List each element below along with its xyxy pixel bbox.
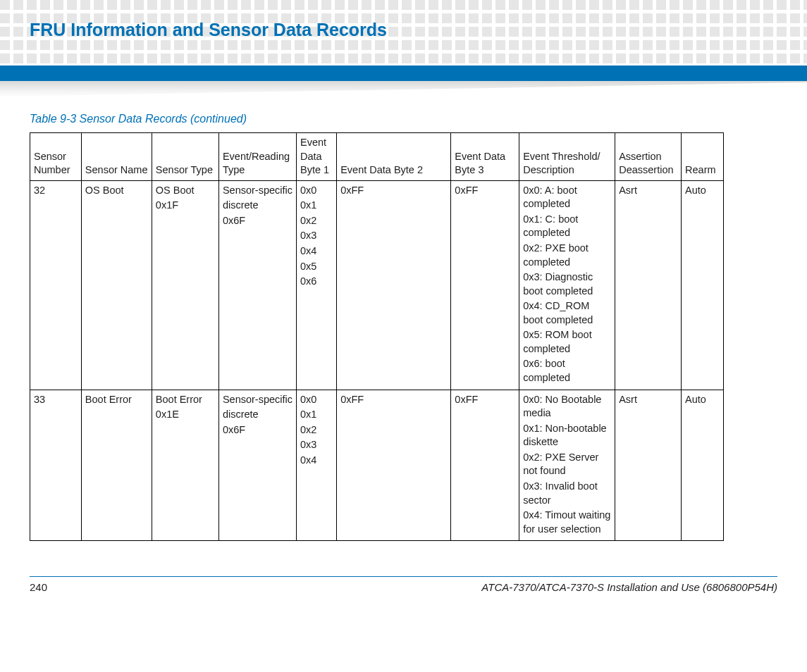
- cell-event-threshold-desc-line: 0x1: Non-bootable diskette: [523, 422, 611, 449]
- cell-event-reading-type-line: 0x6F: [223, 423, 292, 437]
- cell-rearm: Auto: [682, 390, 724, 541]
- cell-event-data-byte1: 0x00x10x20x30x4: [297, 390, 337, 541]
- cell-sensor-type: Boot Error0x1E: [152, 390, 218, 541]
- cell-event-threshold-desc: 0x0: No Bootable media0x1: Non-bootable …: [519, 390, 615, 541]
- doc-title: ATCA-7370/ATCA-7370-S Installation and U…: [481, 581, 777, 593]
- cell-event-reading-type: Sensor-specificdiscrete0x6F: [218, 180, 296, 390]
- cell-event-data-byte1-line: 0x2: [300, 423, 333, 437]
- page-footer: 240 ATCA-7370/ATCA-7370-S Installation a…: [30, 576, 777, 593]
- page-content: Table 9-3 Sensor Data Records (continued…: [0, 113, 807, 541]
- col-event-data-byte1: Event Data Byte 1: [297, 133, 337, 181]
- col-event-data-byte3: Event Data Byte 3: [451, 133, 519, 181]
- cell-sensor-type-line: 0x1F: [156, 199, 215, 213]
- cell-sensor-type-line: OS Boot: [156, 184, 215, 198]
- cell-event-data-byte1-line: 0x3: [300, 438, 333, 452]
- cell-event-data-byte1-line: 0x5: [300, 260, 333, 274]
- cell-event-threshold-desc-line: 0x1: C: boot completed: [523, 213, 611, 240]
- cell-event-threshold-desc-line: 0x5: ROM boot completed: [523, 328, 611, 356]
- cell-event-threshold-desc-line: 0x3: Invalid boot sector: [523, 480, 611, 507]
- cell-event-data-byte1-line: 0x0: [300, 184, 333, 198]
- chapter-title: FRU Information and Sensor Data Records: [30, 20, 807, 40]
- header-shadow-bar: [0, 81, 807, 99]
- cell-event-reading-type-line: 0x6F: [223, 214, 292, 228]
- cell-event-threshold-desc-line: 0x4: CD_ROM boot completed: [523, 299, 611, 327]
- cell-event-threshold-desc-line: 0x2: PXE boot completed: [523, 242, 611, 269]
- header-blue-bar: [0, 66, 807, 81]
- sensor-data-table: Sensor Number Sensor Name Sensor Type Ev…: [30, 132, 724, 541]
- cell-event-data-byte1-line: 0x6: [300, 275, 333, 289]
- cell-event-data-byte1-line: 0x4: [300, 454, 333, 468]
- cell-event-data-byte1-line: 0x0: [300, 393, 333, 407]
- cell-event-reading-type: Sensor-specificdiscrete0x6F: [218, 390, 296, 541]
- cell-event-data-byte3: 0xFF: [451, 180, 519, 390]
- cell-sensor-type-line: Boot Error: [156, 393, 215, 407]
- col-event-reading-type: Event/Reading Type: [218, 133, 296, 181]
- col-sensor-number: Sensor Number: [30, 133, 82, 181]
- cell-assertion-deassertion: Asrt: [615, 390, 682, 541]
- col-sensor-name: Sensor Name: [81, 133, 152, 181]
- page-number: 240: [30, 581, 47, 593]
- cell-sensor-number: 33: [30, 390, 82, 541]
- col-assertion-deassertion: Assertion Deassertion: [615, 133, 682, 181]
- cell-event-data-byte2: 0xFF: [337, 180, 451, 390]
- cell-sensor-name: Boot Error: [81, 390, 152, 541]
- cell-sensor-type: OS Boot0x1F: [152, 180, 218, 390]
- cell-assertion-deassertion: Asrt: [615, 180, 682, 390]
- cell-event-threshold-desc-line: 0x3: Diagnostic boot completed: [523, 270, 611, 298]
- col-sensor-type: Sensor Type: [152, 133, 218, 181]
- cell-event-data-byte2: 0xFF: [337, 390, 451, 541]
- cell-event-data-byte3: 0xFF: [451, 390, 519, 541]
- cell-sensor-number: 32: [30, 180, 82, 390]
- cell-event-threshold-desc-line: 0x0: No Bootable media: [523, 393, 611, 421]
- table-row: 33 Boot ErrorBoot Error0x1ESensor-specif…: [30, 390, 724, 541]
- cell-event-data-byte1-line: 0x1: [300, 199, 333, 213]
- cell-event-data-byte1: 0x00x10x20x30x40x50x6: [297, 180, 337, 390]
- cell-event-threshold-desc-line: 0x6: boot completed: [523, 357, 611, 385]
- cell-rearm: Auto: [682, 180, 724, 390]
- cell-event-reading-type-line: Sensor-specific: [223, 184, 292, 198]
- cell-event-data-byte1-line: 0x2: [300, 214, 333, 228]
- cell-event-reading-type-line: discrete: [223, 408, 292, 422]
- table-header-row: Sensor Number Sensor Name Sensor Type Ev…: [30, 133, 724, 181]
- cell-event-threshold-desc-line: 0x4: Timout waiting for user selection: [523, 509, 611, 536]
- cell-event-data-byte1-line: 0x3: [300, 229, 333, 243]
- cell-event-data-byte1-line: 0x1: [300, 408, 333, 422]
- cell-event-reading-type-line: Sensor-specific: [223, 393, 292, 407]
- table-caption: Table 9-3 Sensor Data Records (continued…: [30, 113, 777, 125]
- cell-event-data-byte1-line: 0x4: [300, 244, 333, 259]
- col-event-data-byte2: Event Data Byte 2: [337, 133, 451, 181]
- chapter-header: FRU Information and Sensor Data Records: [0, 0, 807, 40]
- col-event-threshold-desc: Event Threshold/ Description: [519, 133, 615, 181]
- cell-sensor-type-line: 0x1E: [156, 408, 215, 422]
- cell-sensor-name: OS Boot: [81, 180, 152, 390]
- cell-event-threshold-desc: 0x0: A: boot completed0x1: C: boot compl…: [519, 180, 615, 390]
- cell-event-threshold-desc-line: 0x0: A: boot completed: [523, 184, 611, 211]
- cell-event-threshold-desc-line: 0x2: PXE Server not found: [523, 451, 611, 478]
- table-row: 32OS BootOS Boot0x1FSensor-specificdiscr…: [30, 180, 724, 390]
- col-rearm: Rearm: [682, 133, 724, 181]
- cell-event-reading-type-line: discrete: [223, 199, 292, 213]
